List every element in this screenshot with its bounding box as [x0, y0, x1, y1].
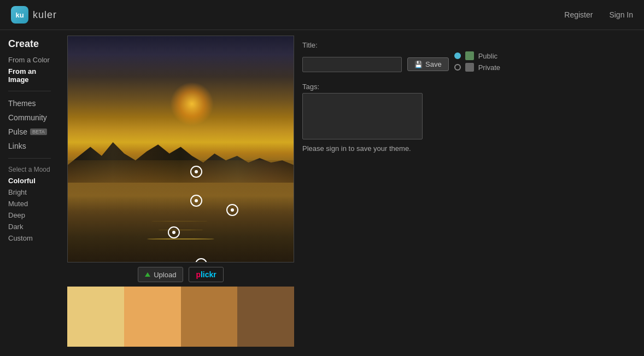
logo-area: ku kuler — [11, 6, 57, 24]
private-radio[interactable] — [454, 64, 461, 71]
sign-in-link[interactable]: Sign In — [609, 10, 633, 19]
color-picker-2[interactable] — [190, 195, 202, 207]
save-icon: 💾 — [414, 61, 423, 68]
sidebar-item-from-color[interactable]: From a Color — [5, 54, 54, 66]
header: ku kuler Register Sign In — [0, 0, 644, 30]
public-icon — [465, 51, 474, 60]
pulse-badge: BETA — [30, 129, 47, 135]
sidebar-divider-2 — [8, 158, 51, 159]
private-icon — [465, 63, 474, 72]
color-picker-1[interactable] — [190, 166, 202, 178]
visibility-options: Public Private — [454, 51, 500, 72]
swatch-2[interactable] — [124, 287, 181, 347]
save-label: Save — [425, 60, 442, 68]
left-col: Upload plickr — [67, 36, 294, 351]
mood-bright[interactable]: Bright — [5, 186, 54, 198]
mood-label: Select a Mood — [5, 164, 54, 175]
mood-deep[interactable]: Deep — [5, 209, 54, 221]
register-link[interactable]: Register — [564, 10, 593, 19]
title-row: 💾 Save Public Private — [302, 51, 472, 77]
mood-colorful[interactable]: Colorful — [5, 175, 54, 186]
sidebar-item-pulse[interactable]: Pulse BETA — [5, 125, 54, 138]
public-radio[interactable] — [454, 52, 461, 59]
upload-button[interactable]: Upload — [138, 267, 183, 282]
sidebar-divider-1 — [8, 91, 51, 91]
swatches-row — [67, 287, 294, 347]
mood-custom[interactable]: Custom — [5, 232, 54, 244]
mood-muted[interactable]: Muted — [5, 198, 54, 209]
logo-icon: ku — [11, 6, 28, 24]
header-links: Register Sign In — [564, 10, 633, 19]
flickr-rest: lickr — [201, 270, 216, 279]
sidebar-create-label: Create — [5, 38, 54, 50]
middle-section: Upload plickr — [67, 36, 636, 351]
image-canvas-wrapper[interactable] — [67, 36, 294, 262]
public-option[interactable]: Public — [454, 51, 500, 60]
color-picker-4[interactable] — [226, 204, 238, 216]
tags-label: Tags: — [302, 83, 472, 91]
upload-arrow-icon — [145, 272, 150, 277]
save-button[interactable]: 💾 Save — [407, 57, 449, 71]
color-picker-3[interactable] — [168, 226, 180, 238]
main-area: Create From a Color From an Image Themes… — [0, 30, 644, 356]
private-option[interactable]: Private — [454, 63, 500, 72]
swatch-4[interactable] — [237, 287, 294, 347]
sidebar: Create From a Color From an Image Themes… — [0, 30, 59, 356]
title-input[interactable] — [302, 57, 402, 72]
swatch-1[interactable] — [67, 287, 124, 347]
tags-input[interactable] — [302, 93, 423, 139]
swatch-3[interactable] — [181, 287, 238, 347]
sidebar-item-links[interactable]: Links — [5, 139, 54, 153]
water-reflection — [68, 160, 294, 262]
mood-dark[interactable]: Dark — [5, 221, 54, 232]
sidebar-item-themes[interactable]: Themes — [5, 97, 54, 110]
content-area: Upload plickr — [59, 30, 644, 356]
public-label: Public — [478, 52, 497, 60]
flickr-button[interactable]: plickr — [189, 267, 223, 282]
sun-glow — [170, 82, 214, 126]
title-label: Title: — [302, 41, 472, 49]
upload-bar: Upload plickr — [67, 267, 294, 282]
sidebar-item-from-image[interactable]: From an Image — [5, 66, 54, 85]
sidebar-item-community[interactable]: Community — [5, 111, 54, 124]
upload-label: Upload — [154, 271, 176, 279]
private-label: Private — [478, 63, 500, 72]
app-name: kuler — [33, 9, 57, 21]
right-panel: Title: 💾 Save Public — [294, 36, 480, 351]
flickr-p: p — [196, 270, 201, 279]
sign-in-notice: Please sign in to save your theme. — [302, 144, 472, 153]
